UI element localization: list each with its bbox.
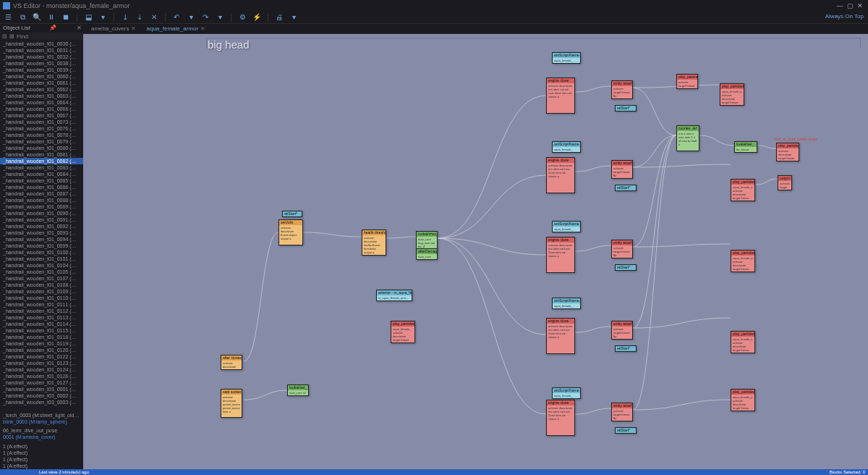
panel-close-icon[interactable]: ✕: [77, 25, 82, 31]
graph-node[interactable]: sept socketactivate deactivate param par…: [221, 389, 242, 418]
graph-node[interactable]: play_particlesaqua_female_a activate dea…: [731, 250, 755, 272]
toolbar-button[interactable]: ↶: [171, 12, 182, 22]
object-item[interactable]: _handrail_wooden_t01_0087 (M:wood...: [0, 190, 83, 197]
object-item[interactable]: _handrail_wooden_t01_0092 (M:wood...: [0, 223, 83, 230]
object-item[interactable]: _handrail_wooden_t01_0083 (M:wood...: [0, 164, 83, 171]
object-item[interactable]: _handrail_wooden_t01_0079 (M:wood...: [0, 138, 83, 145]
object-item[interactable]: _handrail_wooden_t01_0078 (M:wood...: [0, 132, 83, 138]
object-item[interactable]: _handrail_wooden_t01_0061 (M:wood...: [0, 80, 83, 86]
object-item[interactable]: _handrail_wooden_t01_0124 (M:wood...: [0, 366, 83, 373]
object-item[interactable]: _handrail_wooden_t01_0094 (M:wood...: [0, 236, 83, 243]
graph-node[interactable]: antScript/Nameaqua_female_: [552, 298, 581, 309]
object-item[interactable]: _handrail_wooden_t03_0002 (M:wood...: [0, 392, 83, 399]
toolbar-button[interactable]: ☰: [3, 12, 13, 22]
object-item[interactable]: _handrail_wooden_t01_0113 (M:wood...: [0, 314, 83, 321]
object-item[interactable]: _handrail_wooden_t01_0100 (M:wood...: [0, 249, 83, 256]
object-item[interactable]: _handrail_wooden_t01_0112 (M:wood...: [0, 308, 83, 314]
object-item[interactable]: _handrail_wooden_t01_0062 (M:wood...: [0, 86, 83, 93]
toolbar-button[interactable]: ⤓: [120, 12, 130, 22]
object-list[interactable]: _handrail_wooden_t01_0030 (M:box_l)_hand…: [0, 41, 83, 469]
object-item[interactable]: _handrail_wooden_t01_0039 (M:wood...: [0, 67, 83, 73]
collapse-icon[interactable]: ⊟: [2, 33, 7, 40]
object-item-effect[interactable]: 1 (A:effect): [0, 450, 83, 456]
graph-node[interactable]: play_particlesaqua_female_a activate dea…: [731, 179, 755, 201]
toolbar-button[interactable]: ▾: [289, 12, 299, 22]
graph-node[interactable]: counter_refx in o new o max num 1 o of m…: [676, 125, 699, 151]
object-item[interactable]: _handrail_wooden_t01_0076 (M:wood...: [0, 125, 83, 132]
graph-node[interactable]: antScript/Nameaqua_female_: [552, 221, 581, 232]
object-item[interactable]: _handrail_wooden_t01_0109 (M:wood...: [0, 288, 83, 295]
graph-node[interactable]: attStart*: [615, 264, 637, 271]
toolbar-button[interactable]: ↷: [200, 12, 210, 22]
toolbar-button[interactable]: 🖨: [274, 12, 284, 22]
object-item[interactable]: _handrail_wooden_t01_0084 (M:wood...: [0, 171, 83, 177]
maximize-button[interactable]: ▢: [845, 2, 855, 9]
graph-node[interactable]: engine cloneactivate deactivate ent afec…: [546, 77, 575, 114]
toolbar-button[interactable]: 🔍: [32, 12, 42, 22]
toolbar-button[interactable]: ⏹: [61, 12, 71, 22]
object-item-effect[interactable]: 1 (A:effect): [0, 443, 83, 450]
graph-node[interactable]: attStart*: [282, 211, 302, 217]
graph-node[interactable]: antScript/Nameaqua_female_: [552, 141, 581, 153]
graph-node[interactable]: lookat/set_for_frame: [734, 141, 757, 153]
object-item[interactable]: _handrail_wooden_t01_0107 (M:wood...: [0, 275, 83, 282]
toolbar-button[interactable]: ▾: [215, 12, 225, 22]
object-item[interactable]: 06_term_dive_out_pose: [0, 427, 83, 434]
graph-node[interactable]: entity attachactivate target freeze fbr: [611, 160, 633, 179]
graph-node[interactable]: attStart*: [615, 427, 637, 434]
expand-icon[interactable]: ⊞: [9, 33, 14, 40]
graph-node[interactable]: after clonesactivate deactivate: [221, 355, 242, 370]
graph-node[interactable]: entity attachactivate target freeze fbr: [611, 80, 633, 99]
object-item[interactable]: _handrail_wooden_t01_0104 (M:wood...: [0, 262, 83, 269]
object-item[interactable]: _handrail_wooden_t01_0082 (M:wood...: [0, 158, 83, 164]
node-canvas[interactable]: big head click_to_cure_switch drops attS…: [83, 34, 868, 469]
graph-node[interactable]: play_particlesaqua_female_ activate deac…: [391, 321, 415, 343]
object-item[interactable]: _handrail_wooden_t01_0120 (M:wood...: [0, 347, 83, 353]
object-item[interactable]: _handrail_wooden_t01_0108 (M:wood...: [0, 282, 83, 288]
object-item[interactable]: _handrail_wooden_t01_0099 (M:wood...: [0, 243, 83, 249]
tab-close-icon[interactable]: ✕: [200, 25, 205, 32]
object-item[interactable]: _handrail_wooden_t01_0127 (M:handr...: [0, 379, 83, 386]
object-item[interactable]: _handrail_wooden_t01_0119 (M:wood...: [0, 340, 83, 347]
object-item[interactable]: _handrail_wooden_t01_0114 (M:wood...: [0, 321, 83, 327]
object-item[interactable]: _handrail_wooden_t01_0111 (M:wood...: [0, 301, 83, 308]
graph-node[interactable]: antScript/Nameaqua_female_: [552, 387, 581, 399]
toolbar-button[interactable]: ▾: [98, 12, 108, 22]
object-item[interactable]: _handrail_wooden_t03_0003 (M:handr...: [0, 399, 83, 405]
object-item[interactable]: _handrail_wooden_t01_0066 (M:wood...: [0, 106, 83, 112]
object-item[interactable]: _handrail_wooden_t01_0089 (M:wood...: [0, 203, 83, 210]
toolbar-button[interactable]: ⚡: [252, 12, 262, 22]
graph-node[interactable]: antScript/Nameaqua_female_: [552, 52, 581, 64]
object-item[interactable]: _handrail_wooden_t01_0126 (M:wood...: [0, 373, 83, 379]
graph-node[interactable]: play_particlesaqua_female_a activate dea…: [731, 331, 755, 353]
object-item-link[interactable]: blink_0003 (M:lamp_sphere): [0, 419, 83, 425]
object-item[interactable]: _handrail_wooden_t01_0063 (M:wood...: [0, 93, 83, 99]
graph-node[interactable]: engine cloneactivate deactivate ent afec…: [546, 318, 575, 354]
graph-node[interactable]: setVoltsactivate deactivate Event object…: [278, 219, 303, 245]
object-item[interactable]: _torch_0003 (M:street_light_old_02): [0, 412, 83, 419]
object-item[interactable]: _handrail_wooden_t01_0086 (M:wood...: [0, 184, 83, 190]
object-item[interactable]: _handrail_wooden_t01_0081 (M:wood...: [0, 151, 83, 158]
object-item-link[interactable]: 0001 (M:ameba_cover): [0, 434, 83, 440]
object-item-effect[interactable]: 1 (A:effect): [0, 456, 83, 463]
object-item[interactable]: _handrail_wooden_t01_0030 (M:box_l): [0, 41, 83, 47]
object-item[interactable]: _handrail_wooden_t03_0001 (M:handr...: [0, 386, 83, 392]
graph-node[interactable]: entity attachactivate target freeze fbr: [611, 403, 633, 421]
object-item[interactable]: _handrail_wooden_t01_0105 (M:wood...: [0, 269, 83, 275]
toolbar-button[interactable]: ✕: [149, 12, 159, 22]
graph-node[interactable]: engine cloneactivate deactivate ent afec…: [546, 237, 575, 273]
graph-node[interactable]: anterior - m_aqua_femal...m_aqua_female_…: [376, 290, 412, 301]
object-item[interactable]: _handrail_wooden_t01_0115 (M:wood...: [0, 327, 83, 334]
object-item-effect[interactable]: 1 (A:effect): [0, 463, 83, 469]
object-item[interactable]: _handrail_wooden_t01_0101 (M:wood...: [0, 256, 83, 262]
tab[interactable]: aqua_female_armor✕: [142, 25, 210, 33]
graph-node[interactable]: lookat/set_auto_cure af: [287, 384, 309, 396]
graph-node[interactable]: play_particlesaqua_female_a activate dea…: [720, 83, 744, 106]
close-window-button[interactable]: ✕: [855, 2, 865, 9]
graph-node[interactable]: engine cloneactivate deactivate ent afec…: [546, 157, 575, 193]
graph-node[interactable]: play_particlesaqua_female_a activate dea…: [731, 389, 755, 411]
object-item[interactable]: _handrail_wooden_t01_0038 (M:handr...: [0, 60, 83, 67]
object-item[interactable]: _handrail_wooden_t01_0110 (M:wood...: [0, 295, 83, 301]
object-item[interactable]: _handrail_wooden_t01_0118 (M:wood...: [0, 334, 83, 340]
toolbar-button[interactable]: ⧉: [17, 12, 27, 22]
